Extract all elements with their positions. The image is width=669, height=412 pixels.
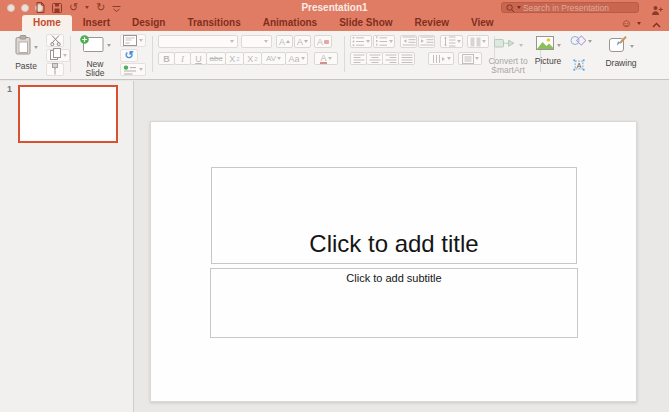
smartart-label: Convert to SmartArt <box>488 57 527 75</box>
picture-dropdown-caret[interactable] <box>557 44 561 47</box>
subscript-button[interactable]: X2 <box>243 52 262 65</box>
new-slide-button[interactable]: New Slide <box>74 34 116 78</box>
format-painter-button[interactable] <box>46 63 64 76</box>
group-divider <box>344 36 345 72</box>
title-bar: ↺ ↻ Presentation1 <box>0 0 669 15</box>
slide-number: 1 <box>7 84 12 94</box>
font-size-caret <box>264 40 268 43</box>
copy-dropdown-caret[interactable] <box>63 54 67 57</box>
section-dropdown-caret[interactable] <box>139 68 143 71</box>
slide-thumbnail-selected[interactable] <box>18 85 118 143</box>
layout-button[interactable] <box>120 34 146 47</box>
search-input[interactable] <box>523 3 634 13</box>
font-color-swatch <box>320 62 327 64</box>
shrink-font-button[interactable]: A <box>294 35 311 48</box>
new-slide-icon <box>79 34 104 57</box>
tab-home[interactable]: Home <box>22 15 72 31</box>
search-box[interactable] <box>501 2 639 13</box>
font-name-select[interactable] <box>158 35 238 48</box>
group-divider <box>152 36 153 72</box>
paste-dropdown-caret[interactable] <box>34 46 38 49</box>
font-color-button[interactable]: A <box>314 52 338 65</box>
change-case-button[interactable]: Aa <box>285 52 308 65</box>
section-icon <box>123 61 137 79</box>
increase-indent-button[interactable] <box>418 35 435 48</box>
slide-canvas[interactable]: Click to add title Click to add subtitle <box>150 121 637 402</box>
change-case-caret <box>301 57 305 60</box>
drawing-dropdown-caret[interactable] <box>630 45 634 48</box>
align-text-caret <box>475 57 479 60</box>
reset-icon: ↺ <box>124 50 133 61</box>
paste-button[interactable]: Paste <box>6 35 46 71</box>
layout-icon <box>123 32 137 50</box>
search-scope-caret[interactable] <box>517 6 521 9</box>
bullets-button[interactable] <box>350 35 372 48</box>
numbering-caret <box>389 40 393 43</box>
align-text-button[interactable] <box>458 52 482 65</box>
numbering-icon <box>375 36 388 47</box>
text-box-button[interactable]: A <box>570 58 588 71</box>
feedback-caret[interactable] <box>637 22 641 25</box>
align-left-button[interactable] <box>350 52 367 65</box>
grow-font-button[interactable]: A <box>276 35 293 48</box>
drawing-label: Drawing <box>605 59 636 68</box>
drawing-brush-icon <box>609 36 627 56</box>
line-spacing-icon <box>443 36 456 47</box>
title-placeholder[interactable]: Click to add title <box>211 167 577 264</box>
smartart-caret <box>519 44 523 47</box>
font-name-caret <box>230 40 234 43</box>
bullets-icon <box>352 36 365 47</box>
feedback-smiley-icon[interactable]: ☺ <box>621 18 632 29</box>
increase-indent-icon <box>420 36 434 47</box>
line-spacing-caret <box>457 40 461 43</box>
tab-slide-show[interactable]: Slide Show <box>328 15 403 31</box>
numbering-button[interactable] <box>373 35 395 48</box>
tab-insert[interactable]: Insert <box>72 15 121 31</box>
font-size-select[interactable] <box>241 35 272 48</box>
line-spacing-button[interactable] <box>440 35 463 48</box>
text-box-icon: A <box>573 58 585 72</box>
tab-view[interactable]: View <box>460 15 505 31</box>
underline-button[interactable]: U <box>190 52 207 65</box>
character-spacing-button[interactable]: AV <box>261 52 286 65</box>
align-right-button[interactable] <box>382 52 399 65</box>
tab-animations[interactable]: Animations <box>252 15 328 31</box>
decrease-indent-button[interactable] <box>400 35 417 48</box>
editing-canvas[interactable]: Click to add title Click to add subtitle <box>135 81 669 412</box>
picture-label: Picture <box>535 57 561 66</box>
drawing-button[interactable]: Drawing <box>600 36 642 68</box>
tab-review[interactable]: Review <box>404 15 460 31</box>
ribbon-tab-bar: Home Insert Design Transitions Animation… <box>0 15 669 31</box>
bold-button[interactable]: B <box>158 52 175 65</box>
clear-formatting-button[interactable]: A <box>314 35 332 48</box>
shapes-dropdown-caret[interactable] <box>588 40 592 43</box>
italic-button[interactable]: I <box>174 52 191 65</box>
superscript-button[interactable]: X2 <box>225 52 244 65</box>
align-text-icon <box>462 54 474 64</box>
align-right-icon <box>385 54 397 64</box>
subtitle-placeholder[interactable]: Click to add subtitle <box>210 268 578 338</box>
justify-button[interactable] <box>398 52 415 65</box>
strikethrough-button[interactable]: abc <box>206 52 226 65</box>
content-area: 1 Click to add title Click to add subtit… <box>0 81 669 412</box>
text-direction-caret <box>447 57 451 60</box>
picture-button[interactable]: Picture <box>528 36 568 66</box>
decrease-indent-icon <box>402 36 416 47</box>
text-direction-button[interactable] <box>428 52 454 65</box>
shapes-button[interactable] <box>568 35 594 48</box>
layout-dropdown-caret[interactable] <box>139 39 143 42</box>
font-color-caret[interactable] <box>328 57 332 60</box>
collapse-ribbon-icon[interactable] <box>652 14 661 32</box>
smartart-icon <box>494 36 516 54</box>
ribbon: Paste <box>0 31 669 80</box>
align-center-button[interactable] <box>366 52 383 65</box>
section-button[interactable] <box>120 63 146 76</box>
text-direction-icon <box>432 54 446 64</box>
tab-transitions[interactable]: Transitions <box>176 15 251 31</box>
tab-design[interactable]: Design <box>121 15 176 31</box>
group-divider <box>70 36 71 72</box>
justify-icon <box>401 54 413 64</box>
slide-thumbnail-panel[interactable]: 1 <box>0 81 134 412</box>
new-slide-dropdown-caret[interactable] <box>107 44 111 47</box>
paste-clipboard-icon <box>15 35 31 59</box>
